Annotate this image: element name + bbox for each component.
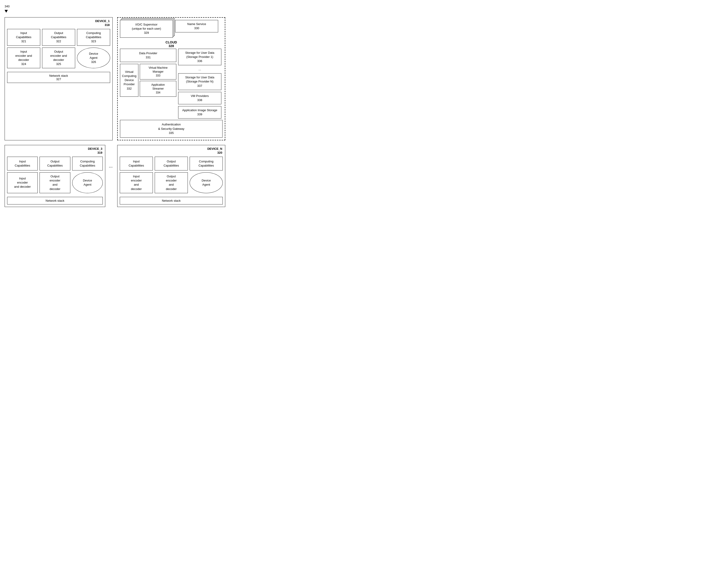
device3-grid: InputCapabilities OutputCapabilities Com…: [7, 157, 103, 204]
name-service-box: Name Service330: [175, 20, 218, 32]
deviceN-grid: InputCapabilities OutputCapabilities Com…: [120, 157, 223, 204]
ioic-stacked: I/O/C Supervisor(unique for each user)32…: [120, 20, 173, 38]
arrow-icon: [5, 10, 8, 13]
device3-box: DEVICE_3 319 InputCapabilities OutputCap…: [5, 145, 105, 207]
label-340-container: 340: [5, 5, 225, 8]
device3-label: DEVICE_3 319: [88, 147, 102, 155]
device1-input-cap: InputCapabilities321: [7, 29, 40, 46]
device3-network: Network stack: [7, 197, 103, 204]
deviceN-input-enc: Inputencoderanddecoder: [120, 172, 153, 193]
cloud-label: CLOUD 328: [120, 39, 223, 49]
data-provider-box: Data Provider331: [120, 49, 176, 62]
device1-grid: InputCapabilities321 OutputCapabilities3…: [7, 29, 110, 83]
app-image-box: Application Image Storage339: [178, 106, 221, 119]
cloud-body: Data Provider331 VirtualComputingDeviceP…: [120, 49, 223, 119]
vm-providers-box: VM Providers338: [178, 92, 221, 104]
deviceN-computing-cap: ComputingCapabilities: [190, 157, 223, 170]
dots-between-storage: ...: [178, 67, 221, 71]
device1-input-enc: Inputencoder anddecoder324: [7, 47, 40, 68]
deviceN-agent: DeviceAgent: [190, 172, 223, 193]
cloud-right-col: Name Service330: [175, 20, 218, 32]
deviceN-box: DEVICE_N 320 InputCapabilities OutputCap…: [117, 145, 225, 207]
ioic-main: I/O/C Supervisor(unique for each user)32…: [120, 20, 173, 38]
device1-label: DEVICE_1 318: [95, 19, 109, 27]
main-layout: DEVICE_1 318 InputCapabilities321 Output…: [5, 17, 225, 207]
device1-agent: DeviceAgent326: [77, 47, 110, 68]
cloud-left-section: Data Provider331 VirtualComputingDeviceP…: [120, 49, 176, 119]
device3-output-enc: Outputencoderanddecoder: [39, 172, 70, 193]
device3-agent: DeviceAgent: [72, 172, 103, 193]
storageN-box: Storage for User Data(Storage Provider N…: [178, 73, 221, 90]
device1-network: Network stack327: [7, 72, 110, 83]
vcd-inner: Virtual MachineManager333 ApplicationStr…: [140, 64, 176, 97]
device1-box: DEVICE_1 318 InputCapabilities321 Output…: [5, 17, 113, 140]
device3-input-enc: Inputencoderand decoder: [7, 172, 38, 193]
storage1-box: Storage for User Data(Storage Provider 1…: [178, 49, 221, 65]
vcd-label-box: VirtualComputingDeviceProvider332: [120, 64, 138, 97]
device3-container: DEVICE_3 319 InputCapabilities OutputCap…: [5, 145, 113, 207]
app-streamer-box: ApplicationStreamer334: [140, 81, 176, 97]
label-340: 340: [5, 5, 10, 8]
deviceN-label: DEVICE_N 320: [207, 147, 222, 155]
cloud-header: I/O/C Supervisor(unique for each user)32…: [120, 20, 223, 38]
device3-input-cap: InputCapabilities: [7, 157, 38, 170]
deviceN-output-enc: Outputencoderanddecoder: [155, 172, 188, 193]
device1-output-cap: OutputCapabilities322: [42, 29, 75, 46]
diagram-container: 340 DEVICE_1 318 InputCapabilities321 Ou…: [5, 5, 225, 207]
device1-output-enc: Outputencoder anddecoder325: [42, 47, 75, 68]
device3-computing-cap: ComputingCapabilities: [72, 157, 103, 170]
cloud-right-section: Storage for User Data(Storage Provider 1…: [178, 49, 221, 119]
device1-computing-cap: ComputingCapabilities323: [77, 29, 110, 46]
deviceN-output-cap: OutputCapabilities: [155, 157, 188, 170]
vm-manager-box: Virtual MachineManager333: [140, 64, 176, 79]
auth-box: Authentication& Security Gateway335: [120, 120, 223, 138]
dots-middle: ...: [107, 145, 113, 169]
deviceN-network: Network stack: [120, 197, 223, 204]
device3-output-cap: OutputCapabilities: [39, 157, 70, 170]
cloud-box: I/O/C Supervisor(unique for each user)32…: [117, 17, 225, 140]
deviceN-input-cap: InputCapabilities: [120, 157, 153, 170]
